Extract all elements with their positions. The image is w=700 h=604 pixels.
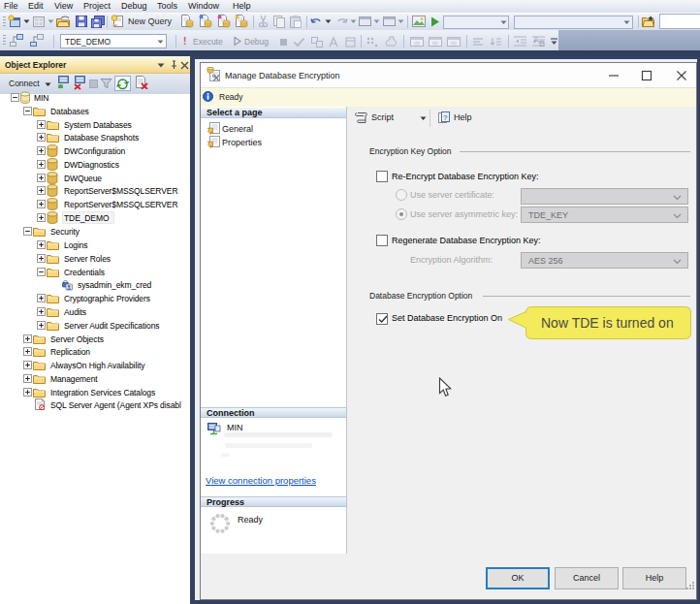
svg-text:B: B — [539, 39, 545, 48]
svg-text:Now TDE is turned on: Now TDE is turned on — [541, 315, 674, 331]
svg-text:?: ? — [443, 113, 448, 122]
